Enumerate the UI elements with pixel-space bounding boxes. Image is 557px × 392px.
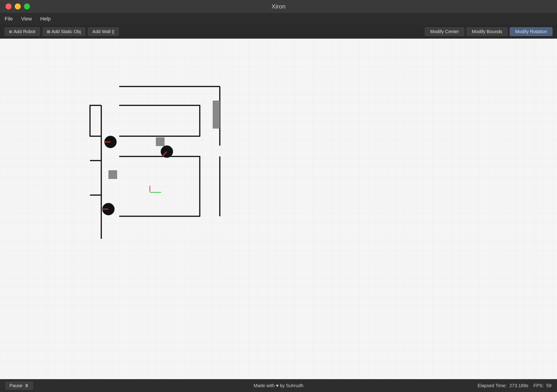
static-obj-2 [109, 170, 117, 179]
add-static-obj-label: Add Static Obj [52, 29, 81, 34]
toolbar-left: Add Robot Add Static Obj Add Wall || [5, 27, 425, 36]
status-center: Made with ♥ by Suhrudh [188, 383, 370, 388]
pause-button[interactable]: Pause ⏸ [6, 382, 33, 390]
status-right: Elapsed Time: 273.189s FPS: 59 [369, 383, 551, 388]
menu-help[interactable]: Help [40, 16, 51, 22]
minimize-button[interactable] [15, 3, 21, 9]
pause-icon: ⏸ [25, 383, 29, 388]
elapsed-text: Elapsed Time: 273.189s FPS: 59 [478, 383, 551, 388]
toolbar: Add Robot Add Static Obj Add Wall || Mod… [0, 25, 557, 39]
wall-left-bracket-top [90, 105, 101, 136]
canvas-area[interactable] [0, 39, 557, 379]
modify-rotation-button[interactable]: Modify Rotation [510, 27, 552, 36]
add-wall-label: Add Wall || [92, 29, 114, 34]
wall-top-rect [119, 105, 200, 136]
robot-3 [102, 203, 115, 215]
add-robot-button[interactable]: Add Robot [5, 27, 40, 36]
close-button[interactable] [6, 3, 11, 9]
modify-center-button[interactable]: Modify Center [425, 27, 464, 36]
menu-view[interactable]: View [21, 16, 32, 22]
add-wall-button[interactable]: Add Wall || [88, 27, 119, 36]
modify-bounds-button[interactable]: Modify Bounds [467, 27, 508, 36]
static-obj-3 [213, 101, 220, 128]
status-left: Pause ⏸ [6, 382, 188, 390]
robot-2 [161, 146, 173, 158]
traffic-lights [6, 3, 30, 9]
status-bar: Pause ⏸ Made with ♥ by Suhrudh Elapsed T… [0, 379, 557, 392]
static-obj-1 [156, 137, 164, 146]
static-obj-icon [47, 30, 50, 33]
window-title: Xiron [272, 3, 286, 10]
pause-label: Pause [9, 383, 23, 388]
toolbar-right: Modify Center Modify Bounds Modify Rotat… [425, 27, 552, 36]
add-robot-label: Add Robot [14, 29, 35, 34]
crosshair [150, 186, 161, 192]
credit-text: Made with ♥ by Suhrudh [254, 383, 303, 388]
menu-bar: File View Help [0, 13, 557, 25]
menu-file[interactable]: File [5, 16, 13, 22]
wall-bottom-rect [119, 156, 200, 216]
robot-1 [105, 136, 116, 148]
title-bar: Xiron [0, 0, 557, 13]
add-static-obj-button[interactable]: Add Static Obj [43, 27, 85, 36]
scene [0, 39, 557, 379]
maximize-button[interactable] [24, 3, 30, 9]
robot-icon [9, 30, 12, 33]
